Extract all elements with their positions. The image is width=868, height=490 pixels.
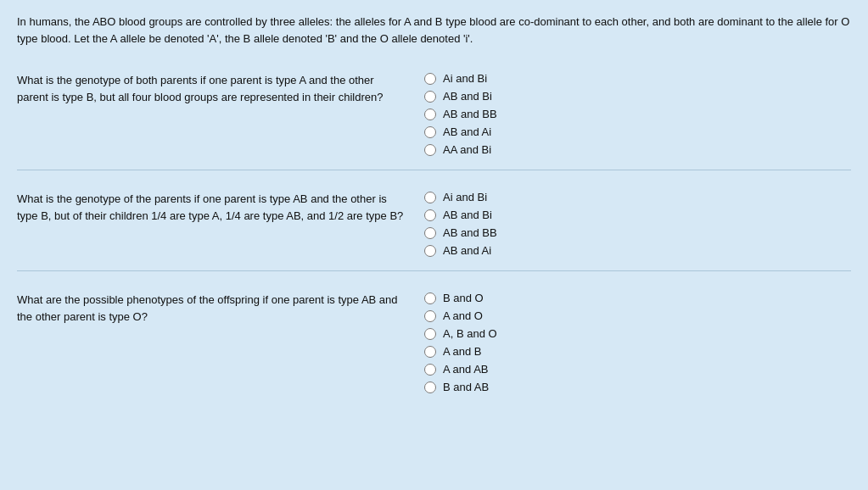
- option-item-2-4[interactable]: AB and Ai: [424, 244, 497, 257]
- radio-1-4[interactable]: [424, 126, 436, 138]
- option-label-2-2: AB and Bi: [443, 209, 492, 221]
- option-item-1-4[interactable]: AB and Ai: [424, 125, 497, 138]
- question-block-2: What is the genotype of the parents if o…: [17, 186, 851, 271]
- option-item-3-2[interactable]: A and O: [424, 309, 497, 322]
- option-item-1-3[interactable]: AB and BB: [424, 108, 497, 120]
- radio-3-4[interactable]: [424, 346, 436, 358]
- option-item-3-1[interactable]: B and O: [424, 292, 497, 304]
- question-block-1: What is the genotype of both parents if …: [17, 67, 851, 170]
- option-label-1-1: Ai and Bi: [443, 72, 487, 85]
- radio-3-3[interactable]: [424, 328, 436, 340]
- question-text-1: What is the genotype of both parents if …: [17, 67, 424, 156]
- option-item-2-1[interactable]: Ai and Bi: [424, 191, 497, 203]
- option-label-3-1: B and O: [443, 292, 484, 304]
- option-item-3-5[interactable]: A and AB: [424, 363, 497, 376]
- intro-text: In humans, the ABO blood groups are cont…: [17, 14, 851, 47]
- radio-3-5[interactable]: [424, 364, 436, 376]
- options-column-3: B and OA and OA, B and OA and BA and ABB…: [424, 287, 497, 393]
- option-label-3-2: A and O: [443, 309, 483, 322]
- option-item-3-3[interactable]: A, B and O: [424, 327, 497, 340]
- option-item-2-3[interactable]: AB and BB: [424, 226, 497, 239]
- option-label-1-5: AA and Bi: [443, 143, 491, 156]
- question-text-3: What are the possible phenotypes of the …: [17, 287, 424, 393]
- option-label-2-1: Ai and Bi: [443, 191, 487, 203]
- options-column-2: Ai and BiAB and BiAB and BBAB and Ai: [424, 186, 497, 257]
- option-label-3-6: B and AB: [443, 381, 489, 393]
- option-label-1-4: AB and Ai: [443, 125, 491, 138]
- option-label-2-4: AB and Ai: [443, 244, 491, 257]
- option-item-1-5[interactable]: AA and Bi: [424, 143, 497, 156]
- option-item-3-4[interactable]: A and B: [424, 345, 497, 358]
- option-item-1-2[interactable]: AB and Bi: [424, 90, 497, 103]
- radio-3-1[interactable]: [424, 292, 436, 304]
- options-column-1: Ai and BiAB and BiAB and BBAB and AiAA a…: [424, 67, 497, 156]
- option-item-1-1[interactable]: Ai and Bi: [424, 72, 497, 85]
- option-label-3-3: A, B and O: [443, 327, 497, 340]
- radio-1-2[interactable]: [424, 91, 436, 103]
- radio-1-3[interactable]: [424, 109, 436, 120]
- radio-1-1[interactable]: [424, 73, 436, 85]
- question-text-2: What is the genotype of the parents if o…: [17, 186, 424, 257]
- radio-1-5[interactable]: [424, 144, 436, 156]
- option-item-3-6[interactable]: B and AB: [424, 381, 497, 393]
- radio-2-2[interactable]: [424, 209, 436, 221]
- option-item-2-2[interactable]: AB and Bi: [424, 209, 497, 221]
- radio-2-3[interactable]: [424, 227, 436, 239]
- option-label-1-2: AB and Bi: [443, 90, 492, 103]
- radio-3-2[interactable]: [424, 310, 436, 322]
- option-label-2-3: AB and BB: [443, 226, 497, 239]
- radio-2-1[interactable]: [424, 192, 436, 203]
- option-label-3-5: A and AB: [443, 363, 489, 376]
- option-label-1-3: AB and BB: [443, 108, 497, 120]
- radio-3-6[interactable]: [424, 381, 436, 393]
- option-label-3-4: A and B: [443, 345, 482, 358]
- question-block-3: What are the possible phenotypes of the …: [17, 287, 851, 407]
- radio-2-4[interactable]: [424, 245, 436, 257]
